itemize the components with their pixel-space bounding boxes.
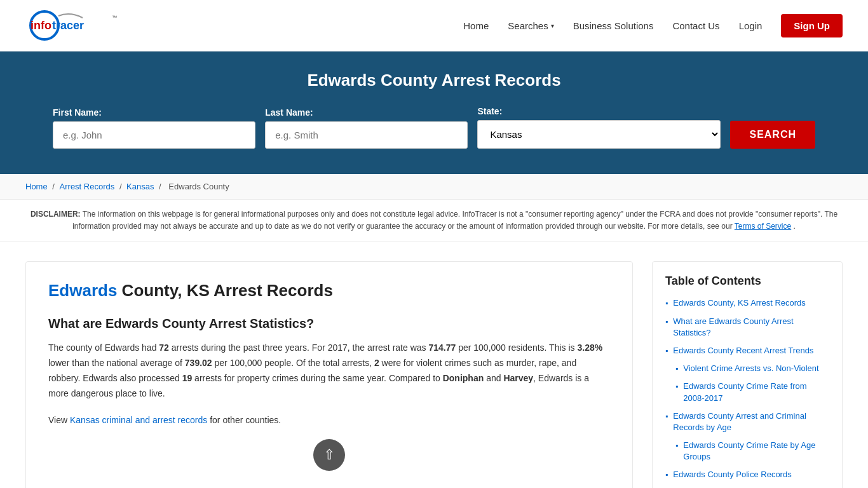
- logo-svg: info tracer ™: [25, 6, 127, 44]
- header: info tracer ™ Home Searches ▾ Business S…: [0, 0, 868, 51]
- disclaimer-text: The information on this webpage is for g…: [72, 210, 837, 231]
- article-title: Edwards County, KS Arrest Records: [48, 281, 610, 301]
- toc-item-3[interactable]: Violent Crime Arrests vs. Non-Violent: [683, 363, 818, 374]
- toc-list-item-2: Edwards County Recent Arrest Trends: [665, 345, 829, 356]
- disclaimer-period: .: [794, 222, 796, 231]
- arrest-rate: 714.77: [428, 342, 456, 353]
- search-button[interactable]: SEARCH: [730, 121, 815, 149]
- breadcrumb-sep2: /: [119, 182, 124, 191]
- sidebar: Table of Contents Edwards County, KS Arr…: [652, 261, 843, 488]
- hero-section: Edwards County Arrest Records First Name…: [0, 51, 868, 174]
- toc-item-7[interactable]: Edwards County Police Records: [673, 469, 791, 480]
- last-name-group: Last Name:: [265, 107, 468, 149]
- scroll-to-top-button[interactable]: ⇧: [313, 439, 345, 471]
- toc-list-item-4: Edwards County Crime Rate from 2008-2017: [665, 381, 829, 403]
- toc-item-1[interactable]: What are Edwards County Arrest Statistic…: [673, 316, 829, 339]
- toc-item-2[interactable]: Edwards County Recent Arrest Trends: [673, 345, 813, 356]
- nav-business-solutions[interactable]: Business Solutions: [573, 20, 654, 31]
- nav-searches[interactable]: Searches ▾: [508, 20, 553, 31]
- toc-list-item-5: Edwards County Arrest and Criminal Recor…: [665, 410, 829, 433]
- toc-list-item-7: Edwards County Police Records: [665, 469, 829, 480]
- terms-of-service-link[interactable]: Terms of Service: [735, 222, 791, 231]
- first-name-label: First Name:: [53, 107, 102, 118]
- last-name-label: Last Name:: [265, 107, 313, 118]
- breadcrumb-home[interactable]: Home: [25, 182, 48, 191]
- svg-text:™: ™: [112, 15, 117, 20]
- article-title-rest: County, KS Arrest Records: [117, 281, 333, 300]
- chevron-down-icon: ▾: [551, 22, 554, 29]
- toc-item-4[interactable]: Edwards County Crime Rate from 2008-2017: [683, 381, 829, 403]
- scroll-top-area: ⇧: [48, 439, 610, 471]
- svg-text:tracer: tracer: [52, 19, 84, 32]
- breadcrumb-sep3: /: [159, 182, 163, 191]
- text-and: and: [484, 373, 503, 383]
- nav-home[interactable]: Home: [463, 20, 489, 31]
- breadcrumb-arrest-records[interactable]: Arrest Records: [60, 182, 115, 191]
- text-national-avg-pre: lower than the national average of: [48, 358, 185, 368]
- page-title: Edwards County Arrest Records: [25, 71, 843, 90]
- text-national-avg-post: per 100,000 people. Of the total arrests…: [212, 358, 374, 368]
- toc-title: Table of Contents: [665, 274, 829, 288]
- kansas-arrest-records-link[interactable]: Kansas criminal and arrest records: [70, 415, 207, 425]
- main-content: Edwards County, KS Arrest Records What a…: [0, 242, 868, 488]
- breadcrumb-edwards-county: Edwards County: [168, 182, 229, 191]
- toc-list: Edwards County, KS Arrest RecordsWhat ar…: [665, 297, 829, 488]
- logo: info tracer ™: [25, 6, 127, 44]
- state-group: State: Kansas Alabama Alaska Arizona Ark…: [477, 106, 721, 149]
- state-select[interactable]: Kansas Alabama Alaska Arizona Arkansas C…: [477, 120, 721, 149]
- county2: Harvey: [503, 373, 533, 383]
- svg-text:info: info: [31, 19, 51, 32]
- section1-heading: What are Edwards County Arrest Statistic…: [48, 316, 610, 331]
- toc-item-6[interactable]: Edwards County Crime Rate by Age Groups: [683, 440, 829, 463]
- last-name-input[interactable]: [265, 121, 468, 149]
- view-link-pre: View: [48, 415, 70, 425]
- table-of-contents: Table of Contents Edwards County, KS Arr…: [652, 261, 843, 488]
- first-name-group: First Name:: [53, 107, 255, 149]
- toc-list-item-0: Edwards County, KS Arrest Records: [665, 297, 829, 309]
- main-nav: Home Searches ▾ Business Solutions Conta…: [463, 14, 843, 37]
- toc-list-item-3: Violent Crime Arrests vs. Non-Violent: [665, 363, 829, 374]
- first-name-input[interactable]: [53, 121, 255, 149]
- property-count: 19: [182, 373, 193, 383]
- text-post-arrests: arrests during the past three years. For…: [169, 342, 429, 353]
- disclaimer-bold: DISCLAIMER:: [31, 210, 81, 219]
- breadcrumb: Home / Arrest Records / Kansas / Edwards…: [0, 174, 868, 200]
- search-form: First Name: Last Name: State: Kansas Ala…: [53, 106, 815, 149]
- arrests-count: 72: [159, 342, 169, 353]
- view-link-post: for other counties.: [207, 415, 281, 425]
- toc-list-item-6: Edwards County Crime Rate by Age Groups: [665, 440, 829, 463]
- article: Edwards County, KS Arrest Records What a…: [25, 261, 633, 488]
- login-button[interactable]: Login: [739, 20, 763, 31]
- text-property-post: arrests for property crimes during the s…: [192, 373, 443, 383]
- county1: Doniphan: [443, 373, 484, 383]
- toc-item-5[interactable]: Edwards County Arrest and Criminal Recor…: [673, 410, 829, 433]
- national-avg: 739.02: [185, 358, 212, 368]
- nav-contact-us[interactable]: Contact Us: [672, 20, 719, 31]
- toc-item-0[interactable]: Edwards County, KS Arrest Records: [673, 297, 806, 309]
- signup-button[interactable]: Sign Up: [781, 14, 843, 37]
- toc-list-item-1: What are Edwards County Arrest Statistic…: [665, 316, 829, 339]
- violent-count: 2: [374, 358, 379, 368]
- breadcrumb-kansas[interactable]: Kansas: [126, 182, 154, 191]
- nav-searches-label: Searches: [508, 20, 548, 31]
- state-label: State:: [477, 106, 502, 116]
- section1-paragraph: The county of Edwards had 72 arrests dur…: [48, 341, 610, 401]
- text-pre-arrests: The county of Edwards had: [48, 342, 159, 353]
- lower-pct: 3.28%: [577, 342, 602, 353]
- disclaimer-bar: DISCLAIMER: The information on this webp…: [0, 200, 868, 242]
- text-per-100k: per 100,000 residents. This is: [456, 342, 577, 353]
- article-title-highlight: Edwards: [48, 281, 117, 300]
- breadcrumb-sep1: /: [52, 182, 57, 191]
- view-link-paragraph: View Kansas criminal and arrest records …: [48, 413, 610, 428]
